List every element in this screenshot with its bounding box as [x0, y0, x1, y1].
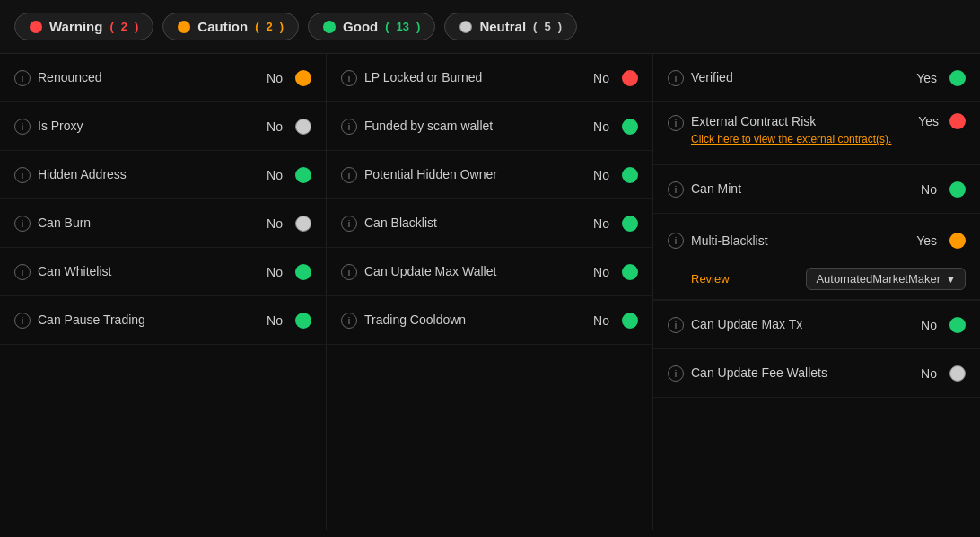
- neutral-count: (: [533, 20, 537, 33]
- status-dot: [295, 264, 311, 280]
- list-item-external: i External Contract Risk Yes Click here …: [653, 102, 980, 165]
- column-1: i Renounced No i Is Proxy No i Hidden Ad…: [0, 54, 327, 530]
- header: Warning (2) Caution (2) Good (13) Neutra…: [0, 0, 980, 54]
- main-grid: i Renounced No i Is Proxy No i Hidden Ad…: [0, 54, 980, 530]
- status-dot: [949, 365, 966, 382]
- item-label: Can Update Max Tx: [691, 316, 914, 332]
- good-label: Good: [343, 19, 378, 34]
- info-icon[interactable]: i: [668, 233, 684, 249]
- item-label: Funded by scam wallet: [364, 118, 586, 134]
- status-dot: [622, 264, 638, 280]
- item-value: No: [921, 366, 937, 381]
- info-icon[interactable]: i: [14, 264, 31, 280]
- caution-count: (: [255, 20, 258, 33]
- status-dot: [949, 317, 966, 333]
- info-icon[interactable]: i: [668, 181, 684, 198]
- chevron-down-icon: ▼: [946, 274, 956, 285]
- status-dot: [295, 167, 311, 183]
- status-dot: [295, 119, 311, 135]
- info-icon[interactable]: i: [341, 313, 357, 329]
- info-icon[interactable]: i: [14, 216, 31, 232]
- item-value: No: [593, 216, 609, 231]
- info-icon[interactable]: i: [668, 317, 684, 333]
- status-dot: [295, 70, 311, 86]
- item-label: Can Update Fee Wallets: [691, 365, 914, 381]
- list-item: i Potential Hidden Owner No: [327, 151, 652, 199]
- item-value: No: [921, 182, 937, 197]
- neutral-dot: [459, 21, 472, 33]
- badge-neutral[interactable]: Neutral (5): [444, 13, 577, 40]
- item-value: No: [593, 313, 609, 328]
- item-label: Renounced: [38, 69, 259, 85]
- list-item: i Can Whitelist No: [0, 248, 326, 296]
- warning-count-val: 2: [121, 20, 127, 33]
- list-item: i Is Proxy No: [0, 102, 326, 151]
- caution-dot: [178, 21, 190, 33]
- status-dot: [622, 70, 638, 86]
- info-icon[interactable]: i: [14, 70, 31, 86]
- list-item: i LP Locked or Burned No: [327, 54, 652, 102]
- review-dropdown[interactable]: AutomatedMarketMaker ▼: [806, 268, 966, 290]
- info-icon[interactable]: i: [668, 70, 684, 86]
- caution-count-val: 2: [267, 20, 273, 33]
- multi-blacklist-section: i Multi-Blacklist Yes Review AutomatedMa…: [653, 214, 980, 301]
- list-item: i Can Pause Trading No: [0, 296, 326, 345]
- item-label: LP Locked or Burned: [364, 69, 586, 85]
- badge-caution[interactable]: Caution (2): [162, 13, 299, 40]
- caution-label: Caution: [197, 19, 248, 34]
- external-link[interactable]: Click here to view the external contract…: [691, 133, 966, 147]
- list-item-can-update-max-tx: i Can Update Max Tx No: [653, 301, 980, 349]
- review-row: Review AutomatedMarketMaker ▼: [653, 262, 980, 300]
- item-label: Can Blacklist: [364, 215, 586, 231]
- item-label: Can Burn: [38, 215, 259, 231]
- status-dot: [949, 70, 966, 86]
- status-dot: [622, 216, 638, 232]
- status-dot: [949, 113, 966, 129]
- good-dot: [323, 21, 336, 33]
- info-icon[interactable]: i: [14, 167, 31, 183]
- item-value: Yes: [916, 233, 937, 248]
- item-value: No: [267, 71, 283, 85]
- badge-warning[interactable]: Warning (2): [14, 13, 153, 40]
- list-item: i Can Blacklist No: [327, 199, 652, 248]
- info-icon[interactable]: i: [14, 119, 31, 135]
- info-icon[interactable]: i: [341, 264, 357, 280]
- item-value: Yes: [916, 71, 937, 85]
- status-dot: [622, 119, 638, 135]
- item-value: No: [267, 168, 283, 182]
- item-label: Can Whitelist: [38, 263, 259, 279]
- status-dot: [622, 313, 638, 329]
- item-label: Trading Cooldown: [364, 312, 586, 328]
- info-icon[interactable]: i: [341, 216, 357, 232]
- column-3: i Verified Yes i External Contract Risk …: [653, 54, 980, 530]
- info-icon[interactable]: i: [14, 313, 31, 329]
- list-item: i Can Burn No: [0, 199, 326, 248]
- list-item: i Hidden Address No: [0, 151, 326, 199]
- item-value: No: [593, 119, 609, 134]
- list-item-verified: i Verified Yes: [653, 54, 980, 102]
- warning-label: Warning: [49, 19, 102, 34]
- list-item: i Can Update Max Wallet No: [327, 248, 652, 296]
- info-icon[interactable]: i: [668, 365, 684, 382]
- info-icon[interactable]: i: [341, 167, 357, 183]
- item-label: Multi-Blacklist: [691, 233, 909, 249]
- item-value: No: [593, 168, 609, 182]
- item-label: Potential Hidden Owner: [364, 166, 586, 182]
- info-icon[interactable]: i: [341, 119, 357, 135]
- warning-count: (: [109, 20, 113, 33]
- neutral-count-val: 5: [544, 20, 550, 33]
- info-icon[interactable]: i: [341, 70, 357, 86]
- item-label: Hidden Address: [38, 166, 259, 182]
- good-count-val: 13: [397, 20, 409, 33]
- item-label: Can Update Max Wallet: [364, 263, 586, 279]
- item-value: No: [593, 71, 609, 85]
- status-dot: [295, 313, 311, 329]
- list-item-can-mint: i Can Mint No: [653, 165, 980, 214]
- list-item: i Funded by scam wallet No: [327, 102, 652, 151]
- badge-good[interactable]: Good (13): [308, 13, 435, 40]
- item-label: Is Proxy: [38, 118, 259, 134]
- item-label: Can Pause Trading: [38, 312, 259, 328]
- info-icon[interactable]: i: [668, 115, 684, 131]
- review-label: Review: [691, 272, 730, 286]
- warning-dot: [30, 21, 42, 33]
